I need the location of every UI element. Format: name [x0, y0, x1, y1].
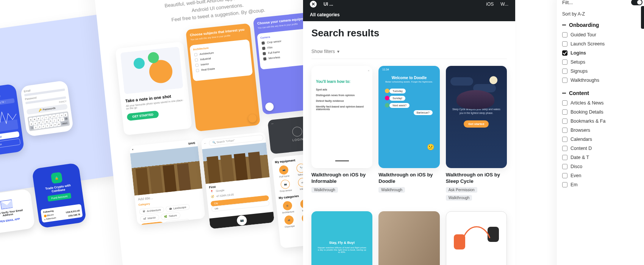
- filter-option[interactable]: Walkthroughs: [562, 76, 642, 85]
- filters-toggle[interactable]: [631, 0, 642, 5]
- page-title: Search results: [311, 27, 507, 39]
- filter-option[interactable]: Even: [562, 171, 642, 180]
- filter-option[interactable]: Content D: [562, 144, 642, 153]
- search-photo-card: ← 🔍 Search "Urban" First 📍Google 🧭47.534…: [201, 132, 274, 229]
- tag[interactable]: Walkthrough: [446, 195, 472, 201]
- tag[interactable]: Walkthrough: [311, 187, 338, 193]
- filter-option[interactable]: Guided Tour: [562, 30, 642, 39]
- filter-option[interactable]: Signups: [562, 67, 642, 76]
- category-chip[interactable]: 🏔 Landscape: [166, 204, 190, 212]
- subjects-card: Choose subjects that interest you You ca…: [186, 23, 260, 131]
- filter-option[interactable]: Bookmarks & Fa: [562, 117, 642, 126]
- filters-heading: Filt...: [562, 0, 573, 5]
- close-icon[interactable]: ×: [368, 69, 370, 72]
- filter-option[interactable]: Disco: [562, 162, 642, 171]
- tag[interactable]: Walkthrough: [378, 187, 405, 193]
- phone-verify-email: Please Verify Your Email Address OPEN EM…: [0, 189, 35, 235]
- equip-category[interactable]: 🏛Architecture: [279, 200, 296, 214]
- category-chip[interactable]: 🛋 Interior: [140, 214, 159, 222]
- result-card[interactable]: Sleep Cycle analyzes your sleep and wake…: [446, 66, 507, 201]
- filters-sidebar: Filt... Sort by A-Z Onboarding Guided To…: [557, 0, 644, 265]
- result-card[interactable]: 11:34 Welcome to Doodle Better schedulin…: [378, 66, 439, 201]
- show-filters-toggle[interactable]: Show filters ▾: [311, 45, 507, 59]
- back-icon[interactable]: ←: [203, 142, 207, 145]
- tag[interactable]: Ask Permission: [446, 187, 477, 193]
- get-started-button[interactable]: GET STARTED: [127, 110, 159, 121]
- phone-login-form: Email Password FANCY 🔑 Passwords qwertyu…: [20, 80, 73, 137]
- note-illustration: [120, 47, 183, 94]
- chevron-down-icon: ▾: [337, 49, 339, 54]
- result-card[interactable]: [446, 211, 507, 265]
- sort-control[interactable]: Sort by A-Z: [562, 11, 642, 17]
- equip-filter[interactable]: 📷Crop sensor: [277, 179, 294, 192]
- nav-more[interactable]: W...: [500, 2, 508, 7]
- result-card[interactable]: Stay, Fly & Buy! Hopper watches billions…: [311, 211, 372, 265]
- note-onboarding-card: Take a note in one shot All your favouri…: [115, 41, 192, 135]
- top-bar: ✕ UI ... iOS W...: [303, 0, 515, 12]
- avatar-icon: [292, 126, 303, 137]
- next-fab[interactable]: [248, 114, 257, 123]
- fund-account-button[interactable]: Fund Account: [47, 193, 72, 202]
- result-card[interactable]: × You'll learn how to: Spot ads Distingu…: [311, 66, 372, 201]
- filter-option[interactable]: Articles & News: [562, 98, 642, 108]
- filter-option[interactable]: Setups: [562, 58, 642, 67]
- category-chip[interactable]: 🏛 Architecture: [139, 206, 165, 215]
- side-handle[interactable]: [641, 6, 644, 29]
- close-icon[interactable]: ×: [132, 148, 134, 151]
- back-icon[interactable]: ←: [271, 122, 274, 126]
- filter-option[interactable]: Date & T: [562, 153, 642, 162]
- category-chip[interactable]: 🏠 Real Estate: [164, 218, 190, 225]
- brand-icon[interactable]: ✕: [310, 1, 317, 8]
- result-card[interactable]: by Adobe Photoshop Mix: [378, 211, 439, 265]
- price-chart: [0, 105, 19, 135]
- filter-option[interactable]: Em: [562, 180, 642, 189]
- filter-option[interactable]: Booking Details: [562, 108, 642, 117]
- brand-name: UI ...: [324, 2, 333, 7]
- filter-option[interactable]: Browsers: [562, 126, 642, 135]
- keyboard[interactable]: qwertyuiop asdfghjkl⌫ ⇧zxcvbnmreturn: [27, 111, 70, 131]
- get-started-button[interactable]: Get started: [464, 120, 489, 128]
- filter-option[interactable]: Launch Screens: [562, 39, 642, 48]
- back-fab[interactable]: [265, 102, 274, 111]
- filter-option[interactable]: Logins: [562, 48, 642, 58]
- panel-search-results: ✕ UI ... iOS W... All categories Search …: [303, 0, 515, 265]
- category-chip[interactable]: 🏙 Cityscape: [141, 221, 164, 225]
- filter-option[interactable]: Calendars: [562, 135, 642, 144]
- save-button[interactable]: SAVE: [188, 142, 195, 145]
- open-email-link[interactable]: OPEN EMAIL APP: [0, 216, 29, 224]
- category-chip[interactable]: 🌿 Nature: [160, 212, 180, 220]
- filter-group-content[interactable]: Content: [562, 90, 642, 96]
- add-photo-card: ×SAVE Add title... Category 🏛 Architectu…: [129, 139, 205, 225]
- tab-all-categories[interactable]: All categories: [310, 12, 340, 17]
- equip-filter[interactable]: 📷Full frame: [275, 164, 292, 178]
- filter-group-onboarding[interactable]: Onboarding: [562, 22, 642, 28]
- camera-fab[interactable]: 📷: [236, 215, 247, 226]
- nav-ios[interactable]: iOS: [486, 2, 494, 7]
- phone-trade: 🔒 Trade Crypto with Coinbase Fund Accoun…: [32, 163, 87, 229]
- equip-category[interactable]: 🏙Cityscape: [281, 215, 298, 228]
